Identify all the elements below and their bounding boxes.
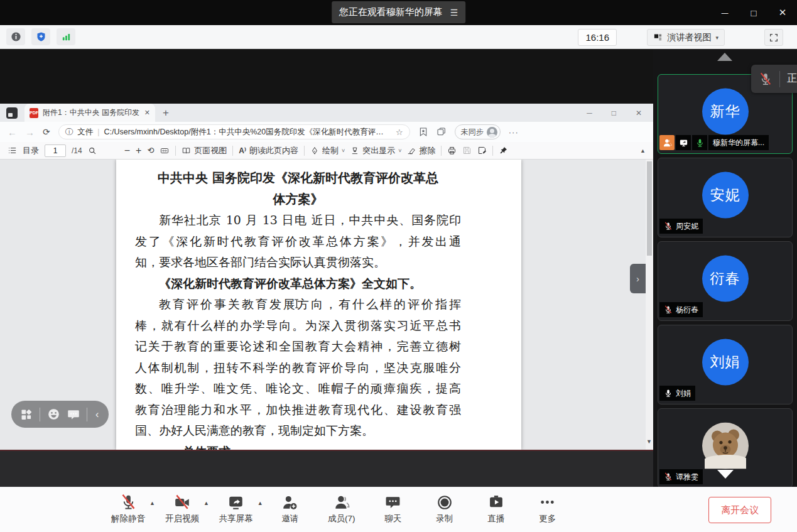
- tab-close-icon[interactable]: ✕: [144, 109, 150, 117]
- erase-button[interactable]: 擦除: [407, 145, 435, 156]
- avatar: 安妮: [702, 171, 749, 218]
- shared-screen-letterbox: [0, 451, 653, 487]
- new-tab-button[interactable]: +: [163, 107, 169, 119]
- start-video-button[interactable]: 开启视频: [156, 492, 208, 524]
- print-icon[interactable]: [447, 146, 457, 155]
- doc-line: 人体制机制，扭转不科学的教育评价导向，坚决克服唯分: [135, 357, 461, 379]
- highlight-chevron-icon[interactable]: ˅: [398, 148, 401, 154]
- profile-avatar: [487, 127, 497, 138]
- participant-tile-liujuan[interactable]: 刘娟 刘娟: [658, 325, 793, 404]
- browser-tab[interactable]: PDF 附件1：中共中央 国务院印发《 ✕: [24, 104, 155, 122]
- scrollbar-up-icon[interactable]: ▲: [640, 148, 646, 154]
- record-button[interactable]: 录制: [419, 492, 470, 524]
- favorite-star-icon[interactable]: ☆: [396, 128, 403, 137]
- back-icon[interactable]: ←: [8, 127, 17, 138]
- signal-bars-icon: [61, 31, 72, 42]
- meeting-info-button[interactable]: [6, 28, 25, 45]
- highlight-button[interactable]: 突出显示 ˅: [350, 145, 401, 156]
- floating-tools-pill: ‹: [11, 401, 109, 428]
- read-aloud-button[interactable]: A⁾ 朗读此页内容: [239, 145, 298, 156]
- save-icon: [462, 146, 472, 155]
- avatar: 新华: [702, 88, 749, 134]
- participant-name: 刘娟: [676, 388, 691, 399]
- draw-chevron-icon[interactable]: ˅: [342, 148, 345, 154]
- zoom-out-icon[interactable]: −: [124, 145, 130, 156]
- url-field[interactable]: ⓘ 文件 | C:/Users/mxinh/Desktop/附件1：中共中央%2…: [58, 124, 410, 139]
- info-icon: [11, 31, 21, 42]
- search-icon[interactable]: [88, 146, 97, 155]
- web-capture-icon[interactable]: [436, 127, 447, 137]
- pdf-scrollbar[interactable]: ▼: [646, 160, 653, 450]
- members-button[interactable]: 成员(7): [316, 492, 367, 524]
- share-options-caret[interactable]: ▲: [258, 500, 263, 506]
- minimize-button[interactable]: ─: [719, 8, 730, 18]
- scrollbar-thumb[interactable]: [647, 161, 652, 256]
- network-status-button[interactable]: [57, 28, 75, 45]
- chat-bubble-icon[interactable]: [67, 408, 80, 421]
- sync-status-label: 未同步: [461, 127, 484, 138]
- mic-muted-icon: [664, 222, 673, 231]
- zoom-in-icon[interactable]: +: [136, 145, 141, 156]
- chat-button[interactable]: 聊天: [367, 492, 419, 524]
- scroll-up-arrow[interactable]: [717, 53, 732, 61]
- refresh-icon[interactable]: ⟳: [43, 127, 50, 137]
- scrollbar-down-icon[interactable]: ▼: [646, 438, 652, 445]
- participant-tile-yangyanchun[interactable]: 衍春 杨衍春: [658, 241, 793, 321]
- leave-meeting-button[interactable]: 离开会议: [708, 497, 771, 523]
- share-screen-icon: [227, 494, 244, 511]
- page-info-icon[interactable]: ⓘ: [65, 127, 73, 138]
- invite-icon: [281, 494, 298, 511]
- close-button[interactable]: ✕: [777, 7, 788, 18]
- browser-addressbar: ← → ⟳ ⓘ 文件 | C:/Users/mxinh/Desktop/附件1：…: [0, 122, 653, 142]
- browser-minimize-button[interactable]: ─: [587, 109, 592, 117]
- browser-restore-button[interactable]: □: [612, 109, 616, 117]
- toc-icon[interactable]: [8, 146, 17, 155]
- view-mode-button[interactable]: 演讲者视图 ▾: [647, 29, 725, 46]
- url-separator: |: [97, 128, 99, 136]
- scroll-down-arrow[interactable]: [717, 470, 734, 479]
- avatar-photo-teddy: [702, 422, 749, 469]
- browser-close-button[interactable]: ✕: [636, 109, 642, 117]
- browser-profile-button[interactable]: 未同步: [455, 124, 501, 139]
- collections-icon[interactable]: [418, 127, 428, 137]
- unmute-button[interactable]: 解除静音: [102, 492, 154, 524]
- page-view-button[interactable]: 页面视图: [182, 145, 227, 156]
- mic-on-icon: [664, 389, 673, 398]
- watching-banner[interactable]: 您正在观看穆新华的屏幕 ☰: [332, 1, 466, 23]
- fit-width-icon[interactable]: [160, 146, 170, 155]
- draw-button[interactable]: 绘制 ˅: [310, 145, 345, 156]
- url-text: C:/Users/mxinh/Desktop/附件1：中共中央%20国务院印发《…: [104, 127, 391, 138]
- forward-icon[interactable]: →: [25, 127, 35, 138]
- maximize-button[interactable]: □: [748, 8, 759, 18]
- save-as-icon[interactable]: [477, 146, 487, 155]
- participant-tile-zhouanni[interactable]: 安妮 周安妮: [658, 158, 793, 237]
- pin-toolbar-icon[interactable]: [499, 146, 508, 155]
- collapse-pill-icon[interactable]: ‹: [94, 409, 100, 420]
- screen-share-icon: [679, 138, 688, 148]
- apps-icon[interactable]: [20, 408, 33, 421]
- emoji-icon[interactable]: [47, 408, 60, 421]
- members-icon: [333, 494, 350, 511]
- page-number-input[interactable]: [45, 144, 66, 157]
- security-button[interactable]: [31, 28, 50, 45]
- avatar: 刘娟: [702, 339, 749, 385]
- audio-options-caret[interactable]: ▲: [149, 500, 155, 506]
- doc-line: 发了《深化新时代教育评价改革总体方案》，并发出通: [135, 231, 461, 252]
- more-button[interactable]: 更多: [522, 492, 573, 524]
- browser-menu-icon[interactable]: ···: [509, 128, 519, 137]
- rotate-icon[interactable]: ⟲: [147, 146, 154, 155]
- live-stream-button[interactable]: 直播: [470, 492, 522, 524]
- tab-workspaces-icon[interactable]: [6, 107, 18, 119]
- meeting-window: 您正在观看穆新华的屏幕 ☰ ─ □ ✕ 16:16 演讲者视图 ▾: [0, 0, 797, 532]
- video-options-caret[interactable]: ▲: [203, 500, 209, 506]
- pdf-file-icon: PDF: [30, 108, 38, 118]
- shield-icon: [36, 31, 46, 42]
- banner-menu-icon[interactable]: ☰: [450, 8, 458, 18]
- toc-label[interactable]: 目录: [23, 145, 39, 156]
- popup-text: 正: [787, 72, 797, 85]
- fullscreen-button[interactable]: [764, 29, 783, 46]
- text-cursor: [293, 299, 300, 308]
- invite-button[interactable]: 邀请: [264, 492, 316, 524]
- share-screen-button[interactable]: 共享屏幕: [210, 492, 262, 524]
- sidebar-flyout-handle[interactable]: ›: [630, 264, 646, 293]
